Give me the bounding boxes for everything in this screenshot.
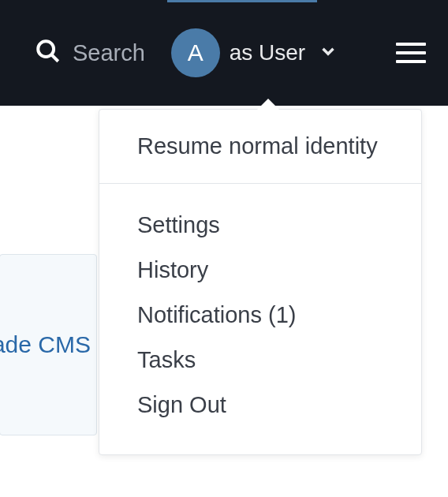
avatar-initial: A [188,39,203,66]
info-box-text: ade CMS [0,331,91,358]
menu-item-notifications[interactable]: Notifications (1) [137,293,383,338]
menu-item-settings[interactable]: Settings [137,203,383,248]
search-icon [35,38,62,68]
menu-item-sign-out[interactable]: Sign Out [137,383,383,428]
dropdown-section-top: Resume normal identity [99,110,421,184]
chevron-down-icon [318,41,338,65]
user-menu-trigger[interactable]: A as User [171,28,338,77]
search-group[interactable]: Search [35,38,145,68]
menu-item-tasks[interactable]: Tasks [137,338,383,383]
svg-line-1 [51,54,58,62]
menu-item-history[interactable]: History [137,248,383,293]
as-user-label: as User [230,40,305,65]
user-dropdown: Resume normal identity Settings History … [99,109,422,455]
topbar-accent [167,0,317,2]
dropdown-section-bottom: Settings History Notifications (1) Tasks… [99,184,421,454]
search-label: Search [73,40,145,66]
svg-point-0 [38,41,54,57]
menu-item-resume-identity[interactable]: Resume normal identity [137,133,383,159]
topbar: Search A as User [0,0,448,106]
hamburger-menu-icon[interactable] [396,43,426,63]
info-box: ade CMS [0,254,97,435]
avatar: A [171,28,220,77]
